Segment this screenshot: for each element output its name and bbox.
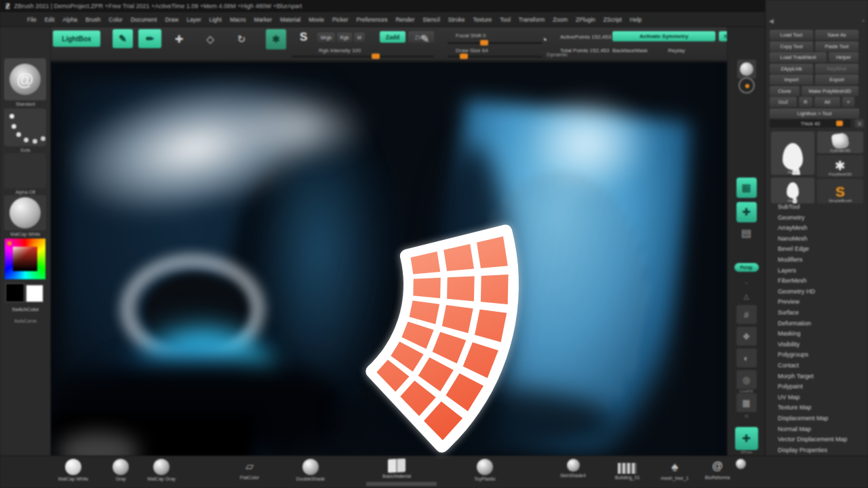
tool-button-export[interactable]: Export [815, 75, 859, 85]
tool-section-texture-map[interactable]: Texture Map [778, 404, 812, 411]
tool-section-subtool[interactable]: SubTool [778, 203, 800, 210]
tool-section-preview[interactable]: Preview [778, 298, 800, 305]
tool-section-polygroups[interactable]: Polygroups [778, 351, 808, 358]
lightbox-button[interactable]: LightBox [53, 30, 100, 47]
thick-s-button[interactable]: S [855, 119, 864, 127]
menu-color[interactable]: Color [104, 16, 126, 23]
ghost-icon[interactable]: ◎ [736, 370, 757, 389]
solo-icon[interactable]: ○ [744, 412, 748, 420]
menu-draw[interactable]: Draw [161, 16, 182, 23]
menu-marker[interactable]: Marker [250, 16, 276, 23]
menu-tool[interactable]: Tool [496, 16, 515, 23]
menu-texture[interactable]: Texture [469, 16, 496, 23]
floor-icon[interactable]: ▤ [741, 226, 751, 239]
edit-mode-button[interactable]: ✎ [113, 29, 133, 48]
tool-section-uv-map[interactable]: UV Map [778, 394, 800, 401]
material-preview-icon[interactable] [737, 60, 756, 79]
menu-render[interactable]: Render [391, 16, 418, 23]
quick-pick-cylinder[interactable]: Cylinder3D [817, 131, 863, 153]
tool-section-bevel-edge[interactable]: Bevel Edge [778, 245, 809, 252]
color-picker[interactable] [5, 239, 45, 279]
bottom-item-toyplastic[interactable]: ToyPlastic [461, 459, 509, 481]
bottom-item-sphere[interactable] [717, 459, 764, 470]
tool-button-all[interactable]: All [814, 97, 840, 107]
menu-edit[interactable]: Edit [41, 16, 59, 23]
bottom-item-skinshade4[interactable]: SkinShade4 [549, 459, 597, 478]
quick-pick-polymesh[interactable]: ✱ PolyMesh3D [817, 155, 863, 177]
tool-button-r[interactable]: R [799, 97, 812, 107]
persp-button[interactable]: Persp [734, 263, 759, 272]
tool-section-normal-map[interactable]: Normal Map [778, 426, 811, 432]
scale-icon[interactable]: ◇ [202, 31, 218, 47]
activate-symmetry-button[interactable]: Activate Symmetry [612, 31, 715, 41]
m-button[interactable]: M [354, 33, 365, 42]
quick-pick-simplebrush[interactable]: S SimpleBrush [817, 179, 863, 203]
menu-alpha[interactable]: Alpha [58, 16, 81, 23]
color-picker-square[interactable] [13, 247, 37, 271]
tool-button--[interactable]: » [842, 97, 854, 107]
alpha-slot[interactable] [4, 153, 46, 188]
tool-button-import[interactable]: Import [770, 75, 813, 85]
rgb-button[interactable]: Rgb [337, 33, 352, 42]
stroke-curve-icon[interactable]: ✎ [420, 33, 429, 45]
bottom-item-basicmaterial[interactable]: BasicMaterial [373, 459, 420, 479]
lsym-icon[interactable]: △ [744, 293, 749, 300]
menu-zplugin[interactable]: ZPlugin [572, 16, 599, 23]
rotate-icon[interactable]: ↻ [233, 31, 250, 47]
menu-material[interactable]: Material [276, 16, 304, 23]
secondary-color-swatch[interactable] [26, 285, 43, 302]
tool-section-surface[interactable]: Surface [778, 309, 799, 316]
tool-section-vector-displacement-map[interactable]: Vector Displacement Map [778, 436, 848, 443]
menu-preferences[interactable]: Preferences [353, 16, 392, 23]
spotlight-dial-icon[interactable] [738, 77, 755, 94]
tool-button-zapplink[interactable]: ZAppLink [770, 64, 813, 74]
menu-zscript[interactable]: ZScript [599, 16, 626, 23]
menu-stencil[interactable]: Stencil [418, 16, 444, 23]
transpose-icon[interactable]: ✚ [736, 202, 757, 222]
switch-color-button[interactable]: SwitchColor [0, 306, 51, 312]
tool-button-goz[interactable]: GoZ [770, 97, 797, 107]
tool-section-nanomesh[interactable]: NanoMesh [778, 235, 808, 242]
tool-section-modifiers[interactable]: Modifiers [778, 256, 803, 263]
mrgb-button[interactable]: Mrgb [317, 33, 335, 42]
tool-button-make-polymesh3d[interactable]: Make PolyMesh3D [802, 86, 859, 96]
quick-pick-head[interactable]: Head [771, 178, 814, 203]
menu-document[interactable]: Document [127, 16, 161, 23]
focal-shift-slider[interactable] [448, 42, 542, 44]
tool-section-contact[interactable]: Contact [778, 362, 799, 369]
tool-section-polypaint[interactable]: Polypaint [778, 383, 803, 390]
linefill-icon[interactable]: LineFill▦ [736, 389, 757, 412]
tool-section-deformation[interactable]: Deformation [778, 320, 811, 327]
tool-button-save-as[interactable]: Save As [815, 30, 859, 40]
tool-button-helper[interactable]: Helper [829, 52, 859, 62]
xpose-icon[interactable]: ✚XPose [735, 427, 758, 454]
draw-size-slider[interactable] [448, 56, 542, 58]
tool-button-keyshot[interactable]: KeyShot [815, 64, 859, 74]
menu-transform[interactable]: Transform [515, 16, 549, 23]
menu-file[interactable]: File [23, 16, 41, 23]
tool-section-display-properties[interactable]: Display Properties [778, 447, 827, 453]
local-symmetry-icon[interactable]: ◦ [745, 279, 748, 287]
menu-picker[interactable]: Picker [328, 16, 353, 23]
replay-button[interactable]: Replay [668, 47, 685, 54]
menu-layer[interactable]: Layer [182, 16, 205, 23]
polyframe-icon[interactable]: ❖ [736, 327, 757, 346]
tool-section-layers[interactable]: Layers [778, 267, 796, 274]
tool-section-masking[interactable]: Masking [778, 330, 801, 337]
move-icon[interactable]: ✚ [171, 31, 187, 47]
tray-collapse-icon[interactable]: ◀ [769, 18, 774, 24]
sculptris-pro-button[interactable]: S [300, 30, 307, 44]
bottom-item-doubleshade[interactable]: DoubleShade [287, 459, 334, 481]
bottom-item-matcap-white[interactable]: MatCap White [50, 459, 97, 481]
stroke-slot[interactable] [4, 108, 46, 146]
bottom-item-matcap-gray[interactable]: MatCap Gray [138, 459, 185, 481]
menu-movie[interactable]: Movie [304, 16, 328, 23]
zadd-button[interactable]: Zadd [380, 31, 406, 43]
thick-slider[interactable]: Thick 40 [770, 119, 851, 127]
material-slot[interactable] [4, 195, 46, 230]
tool-button-load-tracknext[interactable]: Load TrackNext [770, 52, 827, 62]
draw-mode-button[interactable]: ✏ [138, 29, 161, 48]
tool-section-geometry-hd[interactable]: Geometry HD [778, 288, 815, 295]
current-tool-thumb[interactable]: Head [771, 131, 814, 175]
bottom-item-mesh-tree-1[interactable]: ♠mesh_tree_1 [651, 459, 698, 481]
